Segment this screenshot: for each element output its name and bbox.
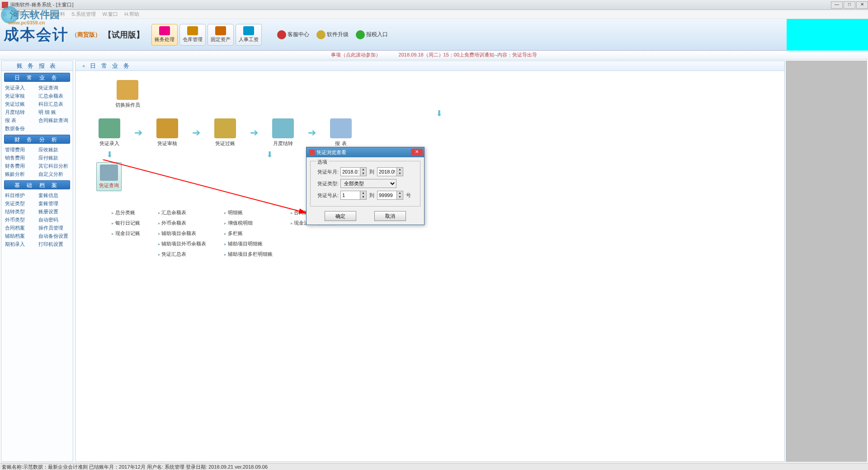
logo-sub: （商贸版） [71, 31, 101, 39]
header-link[interactable]: 报税入口 [356, 30, 388, 39]
link-icon [356, 30, 365, 39]
menu-item[interactable]: 账务处理 [3, 11, 23, 18]
toolbar-button[interactable]: 账务处理 [151, 24, 178, 46]
toolbar-button[interactable]: 仓库管理 [179, 24, 206, 46]
menubar: 账务处理 报表 基础资料 S.系统管理 W.窗口 H.帮助 [0, 10, 868, 19]
notice-text-2[interactable]: 2018.09.18（周二）15：00上免费培训通知--内容：凭证导出导 [399, 52, 538, 58]
notice-bar: 事项（点此滚动参加） 2018.09.18（周二）15：00上免费培训通知--内… [0, 51, 868, 60]
link-icon [316, 30, 326, 39]
menu-item[interactable]: W.窗口 [102, 11, 118, 18]
header-accent [787, 19, 868, 51]
app-icon [2, 2, 8, 8]
menu-item[interactable]: S.系统管理 [71, 11, 96, 18]
close-button[interactable]: ✕ [856, 1, 868, 9]
minimize-button[interactable]: — [831, 1, 843, 9]
maximize-button[interactable]: □ [844, 1, 855, 9]
link-icon [277, 30, 286, 39]
header-link[interactable]: 软件升级 [316, 30, 349, 39]
titlebar: 润衡软件-账务系统 - [主窗口] — □ ✕ [0, 0, 868, 10]
logo-text: 成本会计 [4, 24, 69, 45]
tool-icon [243, 26, 254, 35]
menu-item[interactable]: 基础资料 [45, 11, 65, 18]
menu-item[interactable]: 报表 [29, 11, 39, 18]
toolbar-button[interactable]: 人事工资 [236, 24, 262, 46]
trial-badge: 【试用版】 [104, 29, 144, 40]
window-title: 润衡软件-账务系统 - [主窗口] [10, 1, 830, 8]
notice-text-1[interactable]: 事项（点此滚动参加） [331, 52, 381, 58]
tool-icon [187, 26, 198, 35]
window-controls: — □ ✕ [830, 1, 868, 9]
header: 成本会计 （商贸版） 【试用版】 账务处理仓库管理固定资产人事工资 客服中心软件… [0, 19, 868, 51]
tool-icon [215, 26, 226, 35]
toolbar-button[interactable]: 固定资产 [208, 24, 234, 46]
tool-icon [159, 26, 170, 35]
header-link[interactable]: 客服中心 [277, 30, 309, 39]
menu-item[interactable]: H.帮助 [124, 11, 139, 18]
